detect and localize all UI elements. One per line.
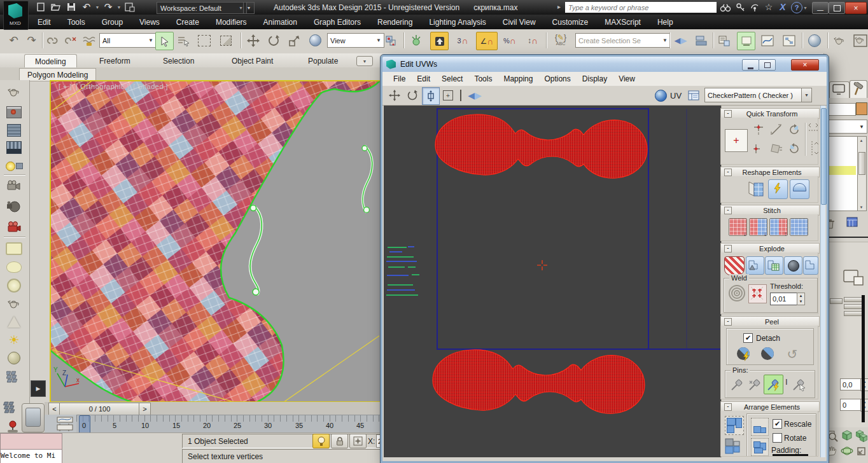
maxscript-mini-listener-pink[interactable] [0, 433, 62, 450]
pin-active-icon[interactable] [764, 375, 783, 394]
texture-dropdown-arrow[interactable]: ▼ [801, 88, 812, 102]
undo-dropdown-icon[interactable]: ▼ [95, 1, 100, 13]
menu-edit[interactable]: Edit [29, 15, 59, 29]
isolate-selection-toggle[interactable] [312, 434, 330, 448]
select-and-manipulate-button[interactable] [407, 32, 424, 49]
uv-options-grid-icon[interactable] [685, 87, 702, 104]
pin-select-icon[interactable] [790, 376, 808, 393]
viewport-general-menu[interactable]: [ + ] [59, 83, 72, 90]
peel-mode-icon[interactable] [759, 345, 778, 363]
uv-rotate-tool[interactable] [404, 87, 421, 104]
spinner-field-2[interactable]: 0 [840, 399, 862, 411]
rendered-frame-window-icon[interactable] [4, 104, 24, 120]
film-camera-icon[interactable] [4, 219, 24, 235]
schematic-view-button[interactable] [780, 32, 797, 49]
ribbon-tab-populate[interactable]: Populate [298, 54, 348, 67]
menu-lighting-analysis[interactable]: Lighting Analysis [421, 15, 494, 29]
exchange-icon[interactable]: X [776, 1, 790, 13]
stitch-custom-icon[interactable]: ↓ [729, 218, 747, 236]
move-selected-button[interactable]: + [725, 129, 748, 152]
uv-mirror-tool[interactable]: ◀▶ [464, 87, 486, 104]
select-object-button[interactable] [155, 32, 174, 50]
menu-animation[interactable]: Animation [255, 15, 305, 29]
align-vertical-icon[interactable] [750, 141, 767, 157]
curve-editor-button[interactable] [759, 32, 776, 49]
explode-grid-icon[interactable] [765, 256, 783, 275]
reset-peel-icon[interactable]: ↺ [783, 345, 802, 363]
toolbar-overflow-button[interactable]: ▶ [31, 380, 46, 397]
break-basket-icon[interactable] [724, 256, 745, 275]
time-slider-button[interactable]: 0 / 100 [59, 403, 140, 415]
workspace-flyout-button[interactable]: ▼ [243, 2, 255, 14]
save-file-icon[interactable] [64, 1, 78, 13]
cone-primitive-icon[interactable] [4, 314, 24, 330]
collapse-icon[interactable]: - [724, 207, 732, 214]
redo-dropdown-icon[interactable]: ▼ [116, 1, 122, 13]
collapse-icon[interactable]: - [724, 318, 732, 326]
open-file-icon[interactable] [49, 1, 63, 13]
search-binoculars-icon[interactable] [718, 2, 732, 13]
material-editor-button[interactable] [806, 32, 823, 49]
texture-checker-dropdown[interactable]: CheckerPattern ( Checker ) [704, 88, 805, 102]
maxscript-mini-listener-white[interactable]: Welcome to Mi [0, 449, 62, 463]
uvw-menu-edit[interactable]: Edit [411, 72, 436, 86]
stitch-target-icon[interactable] [790, 218, 808, 236]
menu-create[interactable]: Create [168, 15, 207, 29]
rearrange-icon-1[interactable] [751, 418, 769, 436]
align-horizontal-icon[interactable] [750, 121, 767, 138]
ribbon-tab-selection[interactable]: Selection [153, 54, 204, 67]
menu-modifiers[interactable]: Modifiers [207, 15, 255, 29]
edit-uvws-titlebar[interactable]: Edit UVWs × [382, 57, 827, 72]
select-by-name-button[interactable] [174, 32, 192, 49]
sunlight-system-icon[interactable]: ☀ [4, 331, 24, 348]
arch-deform-icon[interactable] [790, 179, 809, 199]
align-to-edge-icon[interactable] [768, 141, 785, 157]
align-button[interactable] [692, 32, 710, 49]
pack-together-icon[interactable] [725, 438, 743, 454]
edit-named-selection-sets-button[interactable]: {✎}ABC [550, 32, 571, 49]
viewport-pov-menu[interactable]: [ Orthographic ] [76, 83, 129, 90]
project-folder-icon[interactable] [123, 1, 137, 13]
menu-tools[interactable]: Tools [59, 15, 94, 29]
render-teapot-icon[interactable] [4, 84, 24, 100]
open-mini-curve-editor-button[interactable] [55, 415, 75, 432]
favorites-star-icon[interactable]: ☆ [762, 1, 776, 13]
spinner-field-1[interactable]: 0,0 [840, 378, 862, 390]
percent-snap-toggle[interactable]: %∩ [500, 32, 519, 49]
new-scene-icon[interactable] [34, 1, 48, 13]
circle-shape-icon[interactable] [4, 277, 24, 294]
modifier-stack-selected-row[interactable] [827, 166, 856, 175]
absolute-offset-mode-toggle[interactable] [349, 434, 367, 448]
uvw-menu-options[interactable]: Options [538, 72, 576, 86]
select-and-scale-button[interactable] [285, 32, 302, 49]
configure-modifier-sets-icon[interactable] [846, 216, 861, 232]
rectangular-selection-region-button[interactable] [195, 32, 214, 49]
stitch-average-icon[interactable]: ↑ [769, 218, 788, 236]
pin-tool-icon[interactable] [728, 376, 745, 393]
select-and-move-button[interactable] [244, 32, 262, 49]
uvws-restore-button[interactable] [759, 59, 776, 71]
motion-capture-icon[interactable] [5, 420, 20, 432]
orbit-tool-icon[interactable] [840, 444, 854, 458]
menu-graph-editors[interactable]: Graph Editors [305, 15, 369, 29]
align-diagonal-icon[interactable] [768, 121, 785, 138]
application-menu-button[interactable]: MXD [3, 1, 29, 30]
ellipse-shape-icon[interactable] [4, 259, 24, 275]
help-dropdown-icon[interactable]: ▼ [803, 6, 808, 10]
rotate-checkbox[interactable] [773, 433, 782, 443]
mirror-button[interactable]: ◀▶ [672, 32, 689, 49]
keyboard-shortcut-override-toggle[interactable] [430, 32, 449, 50]
quick-peel-icon[interactable] [734, 345, 753, 363]
manage-layers-button[interactable] [715, 32, 732, 49]
scroll-up-icon[interactable]: ▲ [858, 137, 865, 144]
zoom-extents-icon[interactable] [840, 429, 854, 443]
camera-shaded-icon[interactable] [4, 198, 24, 215]
render-setup-button[interactable] [831, 32, 848, 49]
uv-move-tool[interactable] [386, 87, 403, 104]
search-collapse-icon[interactable]: ▸ [557, 3, 561, 10]
utilities-panel-tab[interactable] [850, 80, 867, 98]
modifier-stack-scrollbar[interactable]: ▲ ▼ [857, 136, 867, 211]
explode-sphere-icon[interactable] [784, 256, 802, 275]
conform-grid-icon[interactable] [746, 179, 766, 198]
rotate-ccw-icon[interactable] [786, 121, 802, 138]
